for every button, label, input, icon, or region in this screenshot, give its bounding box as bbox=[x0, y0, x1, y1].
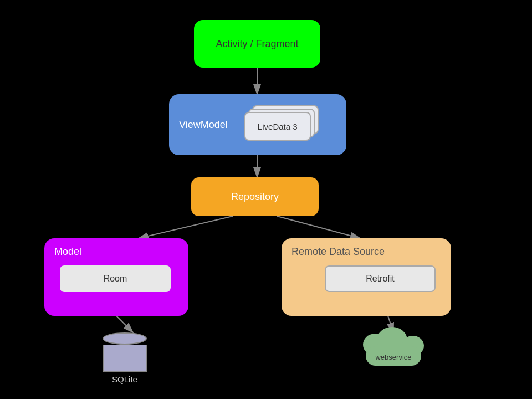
sqlite-label: SQLite bbox=[112, 375, 137, 384]
svg-line-5 bbox=[116, 316, 133, 332]
retrofit-card: Retrofit bbox=[325, 265, 436, 292]
model-box: Model Room bbox=[44, 238, 188, 316]
activity-fragment-label: Activity / Fragment bbox=[216, 38, 298, 50]
livedata-label: LiveData 3 bbox=[258, 122, 298, 131]
livedata-stack: LiveData 3 bbox=[244, 105, 316, 144]
remote-data-source-label: Remote Data Source bbox=[291, 246, 385, 258]
sqlite-cylinder-body bbox=[103, 345, 147, 372]
webservice-text-label: webservice bbox=[360, 353, 427, 361]
activity-fragment-box: Activity / Fragment bbox=[194, 20, 320, 68]
diagram-container: Activity / Fragment ViewModel LiveData 3… bbox=[0, 0, 532, 399]
repository-label: Repository bbox=[231, 191, 279, 203]
svg-line-4 bbox=[277, 216, 360, 238]
remote-data-source-box: Remote Data Source Retrofit bbox=[282, 238, 451, 316]
repository-box: Repository bbox=[191, 177, 319, 216]
retrofit-label: Retrofit bbox=[366, 274, 395, 284]
sqlite-cylinder-top bbox=[103, 332, 147, 345]
svg-line-3 bbox=[139, 216, 233, 238]
model-label: Model bbox=[54, 246, 81, 258]
webservice-container: webservice bbox=[360, 332, 427, 366]
room-label: Room bbox=[104, 274, 127, 284]
viewmodel-label: ViewModel bbox=[179, 119, 228, 131]
webservice-cloud: webservice bbox=[360, 332, 427, 366]
livedata-card-front: LiveData 3 bbox=[244, 112, 311, 141]
viewmodel-box: ViewModel LiveData 3 bbox=[169, 94, 346, 155]
room-card: Room bbox=[60, 265, 171, 292]
sqlite-container: SQLite bbox=[103, 332, 147, 384]
